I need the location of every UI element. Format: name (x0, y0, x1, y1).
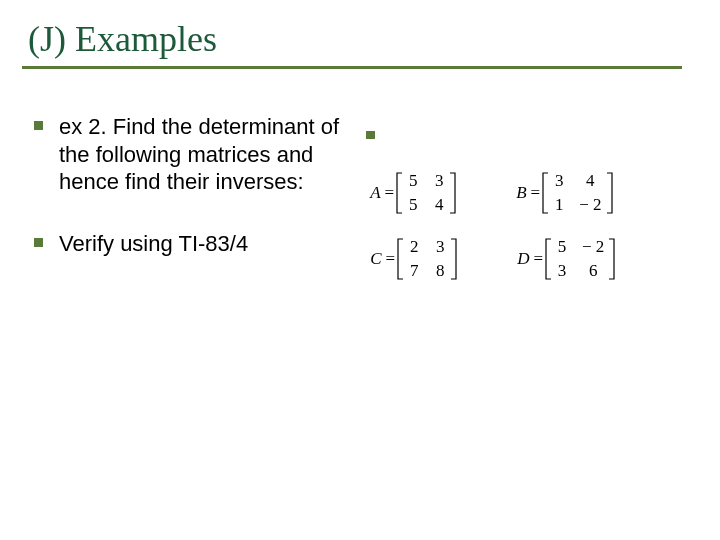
matrix-D: D = 5 − 2 3 6 (517, 235, 615, 283)
slide-title: (J) Examples (28, 18, 692, 60)
bullet-text: Verify using TI-83/4 (59, 230, 248, 258)
right-bracket-icon (608, 238, 615, 280)
bullet-icon (34, 238, 43, 247)
matrix-label: A (370, 183, 380, 203)
matrix-row-1: A = 5 3 5 4 B = (370, 169, 692, 217)
cell: − 2 (582, 237, 604, 257)
matrix-grid: A = 5 3 5 4 B = (360, 139, 692, 283)
cell: 3 (556, 261, 568, 281)
left-bracket-icon (545, 238, 552, 280)
left-bracket-icon (397, 238, 404, 280)
cell: 1 (553, 195, 565, 215)
cell: 4 (433, 195, 445, 215)
left-bracket-icon (396, 172, 403, 214)
cell: − 2 (579, 195, 601, 215)
matrix-cells: 5 − 2 3 6 (552, 235, 608, 283)
matrix-row-2: C = 2 3 7 8 D = (370, 235, 692, 283)
bullet-item-2: Verify using TI-83/4 (34, 230, 350, 258)
equals-sign: = (386, 249, 396, 269)
matrix-label: B (516, 183, 526, 203)
empty-bullet (360, 129, 692, 139)
cell: 5 (407, 195, 419, 215)
equals-sign: = (385, 183, 395, 203)
bullet-text: ex 2. Find the determinant of the follow… (59, 113, 350, 196)
bullet-icon (34, 121, 43, 130)
slide: (J) Examples ex 2. Find the determinant … (0, 0, 720, 540)
equals-sign: = (531, 183, 541, 203)
cell: 2 (408, 237, 420, 257)
bullet-icon (366, 131, 375, 139)
matrix-cells: 3 4 1 − 2 (549, 169, 605, 217)
right-bracket-icon (449, 172, 456, 214)
matrix-cells: 5 3 5 4 (403, 169, 449, 217)
right-bracket-icon (450, 238, 457, 280)
cell: 5 (556, 237, 568, 257)
cell: 5 (407, 171, 419, 191)
bullet-item-1: ex 2. Find the determinant of the follow… (34, 113, 350, 196)
cell: 8 (434, 261, 446, 281)
matrix-B: B = 3 4 1 − 2 (516, 169, 612, 217)
matrix-C: C = 2 3 7 8 (370, 235, 457, 283)
matrix-label: D (517, 249, 529, 269)
matrix-label: C (370, 249, 381, 269)
matrix-A: A = 5 3 5 4 (370, 169, 456, 217)
right-column: A = 5 3 5 4 B = (360, 113, 692, 301)
cell: 3 (434, 237, 446, 257)
matrix-cells: 2 3 7 8 (404, 235, 450, 283)
equals-sign: = (533, 249, 543, 269)
cell: 3 (553, 171, 565, 191)
left-bracket-icon (542, 172, 549, 214)
right-bracket-icon (606, 172, 613, 214)
cell: 6 (582, 261, 604, 281)
cell: 4 (579, 171, 601, 191)
content-columns: ex 2. Find the determinant of the follow… (28, 113, 692, 301)
cell: 7 (408, 261, 420, 281)
left-column: ex 2. Find the determinant of the follow… (28, 113, 360, 301)
cell: 3 (433, 171, 445, 191)
title-underline (22, 66, 682, 69)
